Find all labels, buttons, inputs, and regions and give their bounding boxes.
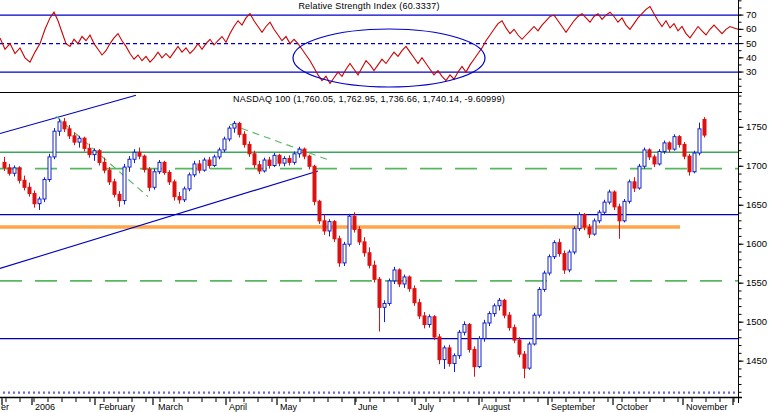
candle-body — [508, 315, 511, 327]
rsi-axis-label: 50 — [746, 38, 757, 49]
candle-body — [98, 151, 101, 163]
candle-body — [193, 164, 196, 175]
candle-body — [363, 242, 366, 253]
rsi-axis-label: 30 — [746, 66, 757, 77]
candle-body — [283, 158, 286, 163]
candle-body — [583, 215, 586, 227]
candle-body — [693, 153, 696, 172]
candle-body — [173, 182, 176, 197]
month-label-April: April — [229, 402, 247, 412]
candle-body — [348, 216, 351, 244]
candle-body — [633, 182, 636, 188]
candle-body — [543, 273, 546, 289]
candle-body — [103, 162, 106, 170]
candle-body — [443, 348, 446, 360]
candle-body — [438, 337, 441, 360]
month-label-June: June — [358, 402, 378, 412]
candle-body — [623, 201, 626, 220]
candle-body — [383, 303, 386, 307]
candle-body — [663, 143, 666, 152]
rsi-axis-label: 60 — [746, 23, 757, 34]
candle-body — [53, 131, 56, 157]
candle-body — [638, 166, 641, 188]
candle-body — [333, 222, 336, 239]
candle-body — [608, 192, 611, 202]
candle-body — [393, 270, 396, 281]
candle-body — [108, 170, 111, 182]
month-label-September: September — [551, 402, 595, 412]
candle-body — [148, 169, 151, 187]
candle-body — [338, 239, 341, 263]
candle-body — [18, 168, 21, 180]
candle-body — [513, 328, 516, 340]
price-axis-label: 1500 — [746, 316, 767, 327]
candle-body — [298, 149, 301, 154]
candle-body — [413, 289, 416, 303]
candle-body — [498, 300, 501, 305]
candle-body — [598, 212, 601, 221]
candle-body — [553, 243, 556, 257]
candle-body — [683, 144, 686, 156]
candle-body — [403, 277, 406, 284]
candle-body — [433, 317, 436, 337]
candle-body — [483, 323, 486, 339]
candle-body — [163, 162, 166, 172]
candle-body — [698, 129, 701, 153]
candle-body — [343, 244, 346, 263]
candle-body — [468, 325, 471, 350]
candle-body — [308, 156, 311, 166]
month-label-November: November — [686, 402, 728, 412]
candle-body — [213, 157, 216, 166]
candle-body — [288, 158, 291, 162]
candle-body — [198, 164, 201, 170]
candle-body — [428, 317, 431, 325]
candle-body — [573, 229, 576, 252]
candle-body — [328, 222, 331, 231]
chart-canvas: 70605040301750170016501600155015001450er… — [0, 0, 770, 412]
candle-body — [318, 201, 321, 220]
candle-body — [123, 167, 126, 201]
candle-body — [643, 150, 646, 166]
candle-body — [603, 202, 606, 212]
month-label-May: May — [280, 402, 298, 412]
month-label-July: July — [418, 402, 435, 412]
candle-body — [63, 122, 66, 129]
candle-body — [113, 182, 116, 194]
candle-body — [58, 122, 61, 131]
candle-body — [143, 156, 146, 169]
price-axis-label: 1600 — [746, 238, 767, 249]
candle-body — [313, 166, 316, 201]
candle-body — [398, 270, 401, 284]
candle-body — [458, 332, 461, 355]
candle-body — [448, 348, 451, 364]
candle-body — [248, 144, 251, 153]
price-axis-label: 1700 — [746, 160, 767, 171]
candle-body — [293, 154, 296, 163]
candle-body — [408, 277, 411, 289]
candle-body — [473, 349, 476, 366]
month-label-October: October — [616, 402, 648, 412]
candle-body — [673, 137, 676, 149]
candle-body — [183, 189, 186, 200]
candle-body — [158, 162, 161, 171]
candle-body — [378, 279, 381, 307]
candle-body — [558, 243, 561, 254]
candle-body — [618, 207, 621, 221]
candle-body — [703, 120, 706, 136]
candle-body — [218, 150, 221, 157]
candle-body — [548, 257, 551, 273]
rsi-panel-title: Relative Strength Index (60.3337) — [0, 1, 738, 11]
candle-body — [628, 182, 631, 201]
candle-body — [268, 160, 271, 165]
candle-body — [303, 149, 306, 156]
candle-body — [678, 137, 681, 145]
candle-body — [78, 138, 81, 142]
candle-body — [28, 187, 31, 193]
candle-body — [323, 221, 326, 231]
oversold-ellipse-annotation — [293, 29, 485, 87]
candle-body — [388, 281, 391, 304]
candle-body — [453, 356, 456, 364]
candle-body — [568, 252, 571, 270]
candle-body — [353, 216, 356, 229]
candle-body — [613, 192, 616, 207]
